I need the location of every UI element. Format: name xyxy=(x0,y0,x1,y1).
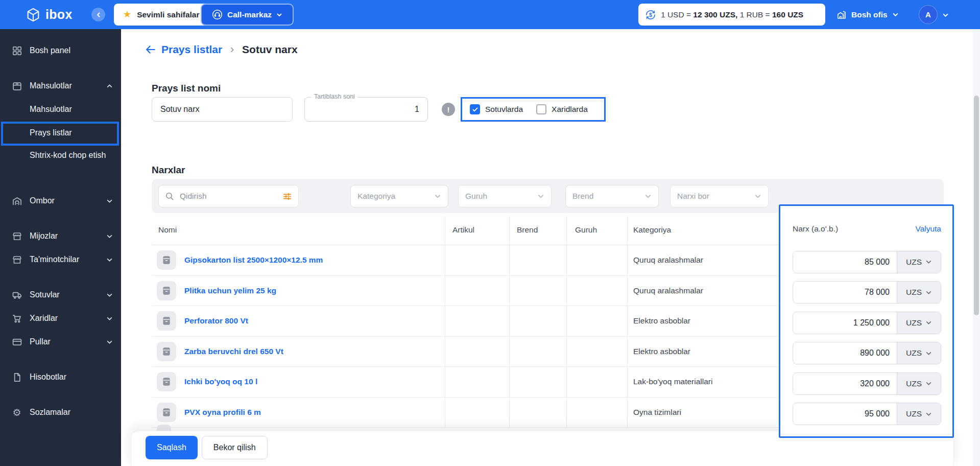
category-cell: Quruq aralashmalar xyxy=(633,286,703,295)
sidebar-subitem-mahsulotlar[interactable]: Mahsulotlar xyxy=(0,98,121,121)
filter-dropdown-kategoriya[interactable]: Kategoriya xyxy=(350,185,448,207)
scrollbar-thumb[interactable] xyxy=(974,96,979,315)
sidebar-item-sozlamalar[interactable]: ⚙ Sozlamalar xyxy=(0,401,121,424)
price-input[interactable] xyxy=(793,342,897,364)
arrow-left-icon xyxy=(145,44,156,55)
sidebar-item-mahsulotlar[interactable]: Mahsulotlar xyxy=(0,74,121,98)
sidebar-item-bosh-panel[interactable]: Bosh panel xyxy=(0,39,121,62)
scrollbar-track xyxy=(973,29,980,466)
brand-logo[interactable]: ibox xyxy=(26,0,73,29)
highlight-box-checkboxes: Sotuvlarda Xaridlarda xyxy=(461,97,606,122)
chevron-down-icon xyxy=(276,12,282,18)
office-selector[interactable]: Bosh ofis xyxy=(836,0,899,29)
user-menu-chevron-icon[interactable] xyxy=(942,12,949,18)
category-cell: Elektro asboblar xyxy=(633,316,690,325)
price-column-header: Narx (a.o'.b.) xyxy=(793,224,838,234)
column-header-nomi: Nomi xyxy=(158,225,177,235)
breadcrumb-back-link[interactable]: Prays listlar xyxy=(145,43,222,56)
sidebar-item-ombor[interactable]: Ombor xyxy=(0,189,121,213)
search-input[interactable] xyxy=(179,191,278,201)
product-icon xyxy=(157,311,176,331)
headset-icon xyxy=(212,9,223,20)
product-name-link[interactable]: Gipsokarton list 2500×1200×12.5 mm xyxy=(184,255,323,265)
product-name-link[interactable]: Perforator 800 Vt xyxy=(184,316,248,325)
chevron-down-icon xyxy=(892,11,899,18)
column-header-brend: Brend xyxy=(517,225,538,235)
sidebar-collapse-button[interactable] xyxy=(91,8,105,21)
filter-dropdown-narxi-bor[interactable]: Narxi bor xyxy=(670,185,769,207)
store-icon xyxy=(11,254,22,265)
chevron-down-icon xyxy=(925,289,932,296)
chevron-down-icon xyxy=(644,193,652,200)
price-row: UZS xyxy=(793,247,941,277)
price-input[interactable] xyxy=(793,251,897,273)
filter-dropdown-guruh[interactable]: Guruh xyxy=(458,185,552,207)
chevron-down-icon xyxy=(925,411,932,417)
highlight-box-price-column: Narx (a.o'.b.) Valyuta UZS UZS xyxy=(779,204,954,438)
box-icon xyxy=(11,80,22,91)
price-input[interactable] xyxy=(793,282,897,303)
price-input[interactable] xyxy=(793,403,897,425)
search-box xyxy=(158,185,299,207)
currency-select[interactable]: UZS xyxy=(897,403,941,425)
chevron-down-icon xyxy=(106,339,113,345)
price-input[interactable] xyxy=(793,312,897,334)
column-header-kategoriya: Kategoriya xyxy=(633,225,671,235)
currency-select[interactable]: UZS xyxy=(897,312,941,334)
currency-select[interactable]: UZS xyxy=(897,251,941,273)
row-icon-peek xyxy=(157,425,171,431)
advanced-filter-icon[interactable] xyxy=(282,192,292,201)
sidebar-item-pullar[interactable]: Pullar xyxy=(0,330,121,354)
filter-dropdown-brend[interactable]: Brend xyxy=(565,185,659,207)
sidebar-subitem-prays-listlar[interactable]: Prays listlar xyxy=(0,121,121,145)
sidebar-item-hisobotlar[interactable]: Hisobotlar xyxy=(0,365,121,389)
chevron-down-icon xyxy=(106,257,113,263)
breadcrumb: Prays listlar Sotuv narx xyxy=(145,43,298,56)
card-icon xyxy=(11,336,22,347)
cancel-button[interactable]: Bekor qilish xyxy=(202,436,268,459)
currency-select[interactable]: UZS xyxy=(897,282,941,303)
svg-text:$: $ xyxy=(649,12,652,17)
currency-select[interactable]: UZS xyxy=(897,373,941,394)
sidebar-item-sotuvlar[interactable]: Sotuvlar xyxy=(0,283,121,307)
user-avatar[interactable]: A xyxy=(919,5,938,24)
checkbox-xaridlarda[interactable]: Xaridlarda xyxy=(536,104,588,114)
store-icon xyxy=(11,230,22,242)
warehouse-icon xyxy=(11,195,22,206)
currency-select[interactable]: UZS xyxy=(897,342,941,364)
checkbox-sotuvlarda[interactable]: Sotuvlarda xyxy=(470,104,523,114)
sidebar-item-mijozlar[interactable]: Mijozlar xyxy=(0,224,121,248)
page-title: Sotuv narx xyxy=(242,43,298,56)
product-name-link[interactable]: Ichki bo'yoq oq 10 l xyxy=(184,377,257,386)
form-section-title: Prays list nomi xyxy=(152,83,221,94)
sidebar-item-ta-minotchilar[interactable]: Ta'minotchilar xyxy=(0,248,121,271)
chevron-down-icon xyxy=(106,198,113,204)
price-row: UZS xyxy=(793,368,941,399)
price-row: UZS xyxy=(793,399,941,430)
price-list-name-input[interactable] xyxy=(152,97,293,122)
currency-column-link[interactable]: Valyuta xyxy=(915,224,941,234)
product-name-link[interactable]: Plitka uchun yelim 25 kg xyxy=(184,286,276,295)
sort-order-input[interactable] xyxy=(305,98,427,121)
product-name-link[interactable]: Zarba beruvchi drel 650 Vt xyxy=(184,347,283,356)
brand-name: ibox xyxy=(45,7,73,22)
product-name-link[interactable]: PVX oyna profili 6 m xyxy=(184,408,261,417)
prices-section-title: Narxlar xyxy=(152,165,185,176)
checkbox[interactable] xyxy=(470,104,480,114)
sidebar-item-xaridlar[interactable]: Xaridlar xyxy=(0,307,121,330)
report-icon xyxy=(11,371,22,383)
product-icon xyxy=(157,342,176,361)
currency-rates-widget[interactable]: $ 1 USD = 12 300 UZS, 1 RUB = 160 UZS xyxy=(638,4,825,26)
sort-order-field: Tartiblash soni xyxy=(304,97,428,122)
checkbox[interactable] xyxy=(536,104,546,114)
ibox-cube-icon xyxy=(26,7,41,22)
cart-icon xyxy=(11,313,22,324)
price-row: UZS xyxy=(793,338,941,369)
sidebar-subitem-shtrix-kod-chop-etish[interactable]: Shtrix-kod chop etish xyxy=(0,145,121,177)
save-button[interactable]: Saqlash xyxy=(146,436,198,459)
price-input[interactable] xyxy=(793,373,897,394)
favorites-tab[interactable]: Sevimli sahifalar xyxy=(114,4,208,26)
call-center-button[interactable]: Call-markaz xyxy=(201,4,294,26)
info-icon[interactable] xyxy=(442,103,455,116)
chevron-down-icon xyxy=(537,193,544,200)
